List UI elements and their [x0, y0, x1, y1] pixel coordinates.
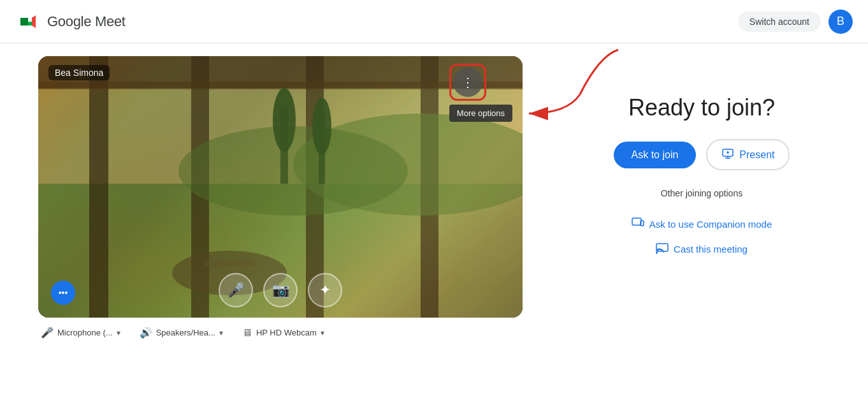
mic-icon: 🎤 — [228, 282, 245, 298]
more-options-tooltip: More options — [449, 105, 512, 122]
other-options-label: Other joining options — [661, 188, 742, 198]
header-right: Switch account B — [738, 10, 853, 34]
svg-rect-23 — [632, 218, 641, 225]
participant-name-tag: Bea Simona — [48, 65, 110, 80]
header: Google Meet Switch account B — [0, 0, 868, 43]
present-button[interactable]: Present — [706, 139, 790, 170]
svg-rect-17 — [204, 260, 255, 267]
microphone-chevron-icon: ▾ — [117, 328, 120, 337]
other-options-links: Ask to use Companion mode Cast this meet… — [632, 216, 772, 257]
logo-area: Google Meet — [15, 9, 126, 34]
svg-point-15 — [312, 98, 331, 155]
cast-meeting-link[interactable]: Cast this meeting — [656, 241, 748, 257]
right-panel: Ready to join? Ask to join Present Other… — [574, 56, 830, 257]
ask-to-join-button[interactable]: Ask to join — [614, 142, 697, 168]
sparkles-icon: ✦ — [319, 282, 331, 298]
cast-icon — [656, 241, 669, 257]
switch-account-button[interactable]: Switch account — [738, 11, 821, 32]
svg-point-26 — [656, 252, 658, 254]
webcam-icon: 🖥 — [242, 327, 252, 339]
video-area: Bea Simona ⋮ More options ••• 🎤 — [38, 56, 523, 339]
present-label: Present — [739, 149, 774, 161]
speakers-device-selector[interactable]: 🔊 Speakers/Hea... ▾ — [140, 327, 223, 339]
main-content: Bea Simona ⋮ More options ••• 🎤 — [0, 43, 868, 405]
speaker-icon: 🔊 — [140, 327, 152, 339]
join-buttons: Ask to join Present — [614, 139, 790, 170]
microphone-control-button[interactable]: 🎤 — [219, 273, 253, 307]
microphone-icon: 🎤 — [41, 327, 54, 339]
microphone-device-selector[interactable]: 🎤 Microphone (... ▾ — [41, 327, 120, 339]
more-options-button[interactable]: ⋮ — [453, 68, 482, 97]
camera-icon: 📷 — [272, 282, 289, 298]
speakers-label: Speakers/Hea... — [156, 328, 215, 337]
effects-button[interactable]: ✦ — [308, 273, 342, 307]
google-meet-logo-icon — [15, 9, 41, 34]
webcam-chevron-icon: ▾ — [321, 328, 324, 337]
video-controls: 🎤 📷 ✦ — [38, 273, 523, 307]
cast-meeting-label: Cast this meeting — [674, 244, 748, 254]
svg-point-13 — [273, 88, 296, 152]
webcam-label: HP HD Webcam — [256, 328, 317, 337]
three-dots-icon: ⋮ — [461, 75, 474, 90]
companion-mode-link[interactable]: Ask to use Companion mode — [632, 216, 772, 232]
present-icon — [721, 147, 734, 163]
webcam-device-selector[interactable]: 🖥 HP HD Webcam ▾ — [242, 327, 324, 339]
app-title: Google Meet — [47, 13, 126, 30]
companion-mode-label: Ask to use Companion mode — [649, 219, 772, 230]
more-options-container: ⋮ More options — [449, 64, 512, 122]
avatar[interactable]: B — [828, 10, 853, 34]
more-options-highlight: ⋮ — [449, 64, 486, 101]
camera-control-button[interactable]: 📷 — [263, 273, 298, 307]
speakers-chevron-icon: ▾ — [219, 328, 223, 337]
device-controls: 🎤 Microphone (... ▾ 🔊 Speakers/Hea... ▾ … — [38, 327, 523, 339]
ready-to-join-title: Ready to join? — [628, 94, 775, 121]
video-preview: Bea Simona ⋮ More options ••• 🎤 — [38, 56, 523, 318]
microphone-label: Microphone (... — [57, 328, 113, 337]
companion-mode-icon — [632, 216, 644, 232]
svg-rect-24 — [640, 221, 644, 226]
